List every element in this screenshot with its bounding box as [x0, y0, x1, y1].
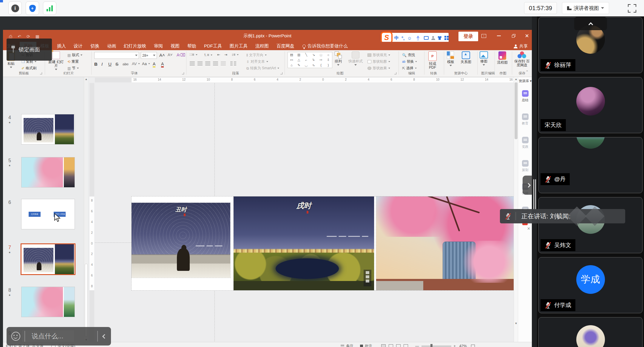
emoji-smile-icon[interactable]	[11, 332, 20, 341]
info-button[interactable]: i	[8, 1, 22, 15]
strikethrough-button[interactable]: S	[115, 62, 118, 67]
resource-item-party[interactable]: 党政	[518, 137, 532, 149]
drawing-dialog-launcher[interactable]	[394, 72, 396, 74]
chat-placeholder[interactable]: 说点什么...	[32, 332, 91, 341]
view-buttons[interactable]	[381, 344, 411, 347]
scrollbar-line[interactable]	[535, 179, 536, 210]
ime-toolbar[interactable]: S 中 °, ☺	[382, 33, 449, 43]
distribute-button[interactable]	[221, 62, 226, 65]
minimize-button[interactable]	[493, 30, 505, 42]
shrink-font-button[interactable]: A˅	[168, 53, 172, 57]
slide-7-editing-surface[interactable]: 丑时 戌时	[132, 196, 514, 290]
slide-7-thumbnail[interactable]	[21, 244, 75, 274]
photo-night-campus[interactable]: 戌时	[234, 196, 374, 290]
hide-ribbon-button[interactable]: ↑	[478, 30, 490, 42]
keyboard-icon[interactable]	[424, 36, 429, 40]
tab-review[interactable]: 审阅	[150, 42, 167, 50]
photo-cherry-blossom[interactable]	[376, 196, 514, 290]
participant-tile[interactable]: @丹	[538, 137, 643, 193]
outdent-button[interactable]: ⇤	[217, 53, 220, 57]
security-button[interactable]: +	[26, 1, 39, 15]
shape-fill-button[interactable]: 形状填充	[367, 53, 390, 58]
login-button[interactable]: 登录	[458, 32, 478, 41]
shape-outline-button[interactable]: 形状轮廓	[367, 59, 390, 64]
bold-button[interactable]: B	[94, 62, 98, 67]
participant-tile[interactable]: 宋天欣	[538, 77, 643, 133]
flowchart-button[interactable]: 流程图	[497, 51, 508, 65]
replace-button[interactable]: ab替换	[402, 59, 417, 64]
layout-button[interactable]: ▤版式	[67, 53, 83, 58]
align-center-button[interactable]	[197, 62, 203, 65]
collapse-chat-button[interactable]	[98, 335, 111, 338]
font-dialog-launcher[interactable]	[182, 72, 184, 74]
normal-view-icon[interactable]	[381, 344, 386, 347]
share-button[interactable]: 共享	[514, 44, 528, 49]
participant-tile[interactable]	[538, 317, 643, 347]
slide-canvas[interactable]: 1614121086420246810121416 864202468	[89, 77, 514, 342]
tab-baidu-pan[interactable]: 百度网盘	[273, 42, 298, 50]
shadow-button[interactable]: abe	[123, 62, 129, 66]
restore-button[interactable]	[508, 30, 520, 42]
columns-button[interactable]	[230, 62, 236, 65]
view-mode-dropdown[interactable]: 演讲者视图	[562, 2, 609, 14]
numbering-button[interactable]: ⒈≡	[203, 53, 213, 58]
font-color-button[interactable]: A	[161, 62, 164, 67]
line-spacing-button[interactable]: ↕≡	[231, 53, 239, 57]
tab-view[interactable]: 视图	[167, 42, 183, 50]
zoom-slider[interactable]	[421, 346, 451, 346]
slideshow-view-icon[interactable]	[404, 344, 408, 347]
highlight-color-button[interactable]: A	[153, 62, 155, 67]
save-to-pan-button[interactable]: 保存到 百度网盘	[514, 51, 530, 67]
reading-view-icon[interactable]	[396, 344, 401, 347]
char-spacing-button[interactable]: AV	[132, 62, 140, 66]
quick-styles-button[interactable]: 快速样式	[348, 51, 363, 66]
toolbox-icon[interactable]	[444, 36, 449, 40]
relation-diagram-button[interactable]: 关系图	[461, 51, 471, 64]
convert-smartart-button[interactable]: ⧉ 转换为 SmartArt	[246, 66, 279, 71]
slide-4-thumbnail[interactable]	[21, 114, 75, 144]
tab-animations[interactable]: 动画	[103, 42, 120, 50]
canvas-scroll-down[interactable]: ▼	[514, 321, 518, 325]
scroll-up-arrow[interactable]: ▲	[84, 77, 88, 81]
panel-scroll-thumb[interactable]	[85, 264, 88, 337]
voice-input-icon[interactable]	[416, 36, 420, 40]
resource-header[interactable]: 资源库 ▾	[518, 79, 532, 83]
comments-toggle[interactable]: 批注	[360, 344, 372, 347]
bullets-button[interactable]: ∷≡	[190, 53, 198, 57]
network-quality-button[interactable]	[43, 1, 56, 15]
photo-star-trails[interactable]: 丑时	[132, 203, 230, 278]
collapse-sidebar-button[interactable]	[574, 17, 607, 30]
reset-button[interactable]: ⟲重置	[67, 59, 79, 64]
scrollbar-line[interactable]	[533, 179, 534, 210]
retouch-button[interactable]: 修图	[480, 51, 488, 66]
resource-item-summary[interactable]: 总结	[518, 90, 532, 102]
sorter-view-icon[interactable]	[389, 344, 393, 347]
user-icon[interactable]	[431, 36, 435, 40]
italic-button[interactable]: I	[101, 62, 103, 67]
shape-gallery[interactable]: ▤▥╲↘□○ ▭△⌐↳⇨⇩ ⌂✎◡∿{}	[288, 52, 332, 68]
font-name-input[interactable]	[94, 52, 139, 59]
format-painter-button[interactable]: ✐格式刷	[21, 66, 36, 71]
font-size-input[interactable]: 28+	[141, 52, 157, 59]
tab-pdf-tools[interactable]: PDF工具	[200, 42, 226, 50]
zoom-in-button[interactable]: +	[454, 344, 456, 347]
arrange-button[interactable]: 排列	[335, 51, 342, 66]
resource-item-education[interactable]: 教育	[518, 113, 532, 126]
fullscreen-button[interactable]	[628, 4, 636, 13]
tab-slideshow[interactable]: 幻灯片放映	[120, 42, 150, 50]
ime-punct-icon[interactable]: °,	[401, 36, 404, 41]
close-button[interactable]: ✕	[522, 30, 532, 42]
align-left-button[interactable]	[190, 62, 195, 65]
close-icon[interactable]: ✕	[527, 226, 530, 231]
fit-window-icon[interactable]	[471, 345, 475, 347]
section-button[interactable]: ▥节	[67, 66, 79, 71]
tab-picture-tools[interactable]: 图片工具	[226, 42, 251, 50]
change-case-button[interactable]: Aa	[142, 62, 150, 66]
tab-flowchart[interactable]: 流程图	[251, 42, 273, 50]
tab-insert[interactable]: 插入	[53, 42, 70, 50]
grow-font-button[interactable]: A˄	[159, 53, 165, 58]
chat-input-bar[interactable]: 说点什么...	[7, 327, 111, 346]
tab-design[interactable]: 设计	[70, 42, 87, 50]
select-button[interactable]: ⇱选择	[402, 66, 417, 71]
ime-lang-icon[interactable]: 中	[394, 35, 399, 41]
